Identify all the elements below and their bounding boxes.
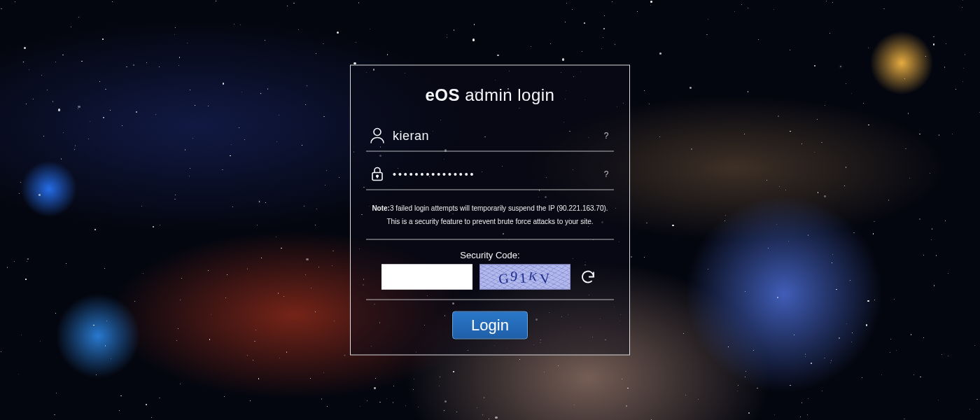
svg-point-2 [377,175,379,177]
svg-point-0 [374,129,381,136]
login-panel: eOS admin login ? ? Note:3 failed login … [350,65,630,356]
password-input[interactable] [387,169,600,180]
brand-name: eOS [426,85,461,104]
lock-icon [368,166,387,183]
note-prefix: Note: [372,204,390,212]
captcha-image: G91KV [479,265,570,290]
username-help-icon[interactable]: ? [600,131,612,141]
password-help-icon[interactable]: ? [600,169,612,179]
username-field: ? [366,123,614,152]
captcha-row: G91KV [366,265,614,300]
login-button[interactable]: Login [452,312,528,340]
security-note: Note:3 failed login attempts will tempor… [366,200,614,240]
username-input[interactable] [387,128,600,143]
note-line-2: This is a security feature to prevent br… [386,218,593,225]
user-icon [368,127,387,144]
title-suffix: admin login [460,85,554,104]
refresh-captcha-icon[interactable] [578,267,598,288]
login-title: eOS admin login [366,85,614,105]
security-code-label: Security Code: [366,250,614,260]
password-field: ? [366,162,614,190]
note-line-1: 3 failed login attempts will temporarily… [390,204,608,212]
captcha-input[interactable] [382,265,472,290]
